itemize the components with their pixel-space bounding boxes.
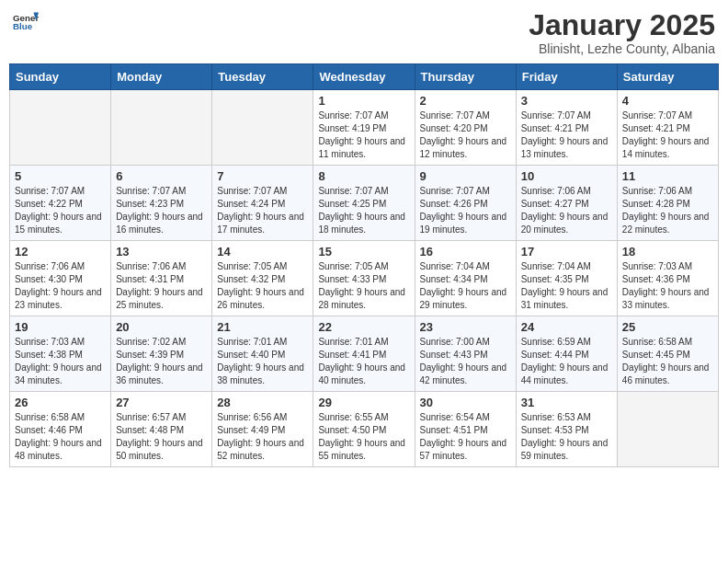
day-number: 20 xyxy=(116,320,207,334)
day-info: Sunrise: 7:07 AMSunset: 4:19 PMDaylight:… xyxy=(318,109,409,161)
calendar-cell: 22Sunrise: 7:01 AMSunset: 4:41 PMDayligh… xyxy=(313,316,415,392)
day-info: Sunrise: 7:07 AMSunset: 4:20 PMDaylight:… xyxy=(420,109,511,161)
day-number: 1 xyxy=(318,94,409,108)
day-info: Sunrise: 7:01 AMSunset: 4:41 PMDaylight:… xyxy=(318,336,409,387)
logo-icon: General Blue xyxy=(13,9,39,35)
day-info: Sunrise: 7:07 AMSunset: 4:24 PMDaylight:… xyxy=(217,185,308,236)
calendar-table: SundayMondayTuesdayWednesdayThursdayFrid… xyxy=(9,63,719,467)
day-info: Sunrise: 7:06 AMSunset: 4:27 PMDaylight:… xyxy=(521,185,612,236)
day-number: 12 xyxy=(15,245,106,259)
calendar-header-row: SundayMondayTuesdayWednesdayThursdayFrid… xyxy=(10,64,719,90)
calendar-cell: 17Sunrise: 7:04 AMSunset: 4:35 PMDayligh… xyxy=(516,241,617,316)
calendar-week-row: 1Sunrise: 7:07 AMSunset: 4:19 PMDaylight… xyxy=(10,90,719,166)
calendar-cell xyxy=(10,90,111,166)
day-number: 3 xyxy=(521,94,612,108)
weekday-header-saturday: Saturday xyxy=(617,64,718,90)
day-number: 10 xyxy=(521,169,612,183)
month-title: January 2025 xyxy=(529,9,715,41)
day-info: Sunrise: 7:07 AMSunset: 4:26 PMDaylight:… xyxy=(420,185,511,236)
weekday-header-thursday: Thursday xyxy=(415,64,516,90)
day-info: Sunrise: 7:04 AMSunset: 4:34 PMDaylight:… xyxy=(420,260,511,312)
day-info: Sunrise: 7:03 AMSunset: 4:36 PMDaylight:… xyxy=(622,260,713,312)
day-number: 19 xyxy=(15,320,106,334)
calendar-cell: 20Sunrise: 7:02 AMSunset: 4:39 PMDayligh… xyxy=(111,316,212,392)
day-info: Sunrise: 7:06 AMSunset: 4:28 PMDaylight:… xyxy=(622,185,713,236)
page-header: General Blue January 2025 Blinisht, Lezh… xyxy=(9,9,719,56)
weekday-header-monday: Monday xyxy=(111,64,212,90)
calendar-cell: 10Sunrise: 7:06 AMSunset: 4:27 PMDayligh… xyxy=(516,166,617,241)
day-number: 13 xyxy=(116,245,207,259)
day-info: Sunrise: 7:02 AMSunset: 4:39 PMDaylight:… xyxy=(116,336,207,387)
calendar-cell: 18Sunrise: 7:03 AMSunset: 4:36 PMDayligh… xyxy=(617,241,718,316)
calendar-cell: 13Sunrise: 7:06 AMSunset: 4:31 PMDayligh… xyxy=(111,241,212,316)
calendar-cell: 31Sunrise: 6:53 AMSunset: 4:53 PMDayligh… xyxy=(516,392,617,467)
day-number: 27 xyxy=(116,396,207,409)
day-info: Sunrise: 6:54 AMSunset: 4:51 PMDaylight:… xyxy=(420,411,511,463)
day-info: Sunrise: 7:06 AMSunset: 4:31 PMDaylight:… xyxy=(116,260,207,312)
calendar-cell: 24Sunrise: 6:59 AMSunset: 4:44 PMDayligh… xyxy=(516,316,617,392)
weekday-header-sunday: Sunday xyxy=(10,64,111,90)
day-number: 6 xyxy=(116,169,207,183)
logo: General Blue xyxy=(13,9,39,35)
calendar-cell: 2Sunrise: 7:07 AMSunset: 4:20 PMDaylight… xyxy=(415,90,516,166)
calendar-cell xyxy=(212,90,313,166)
calendar-week-row: 26Sunrise: 6:58 AMSunset: 4:46 PMDayligh… xyxy=(10,392,719,467)
calendar-week-row: 12Sunrise: 7:06 AMSunset: 4:30 PMDayligh… xyxy=(10,241,719,316)
calendar-cell: 6Sunrise: 7:07 AMSunset: 4:23 PMDaylight… xyxy=(111,166,212,241)
day-number: 2 xyxy=(420,94,511,108)
calendar-cell: 3Sunrise: 7:07 AMSunset: 4:21 PMDaylight… xyxy=(516,90,617,166)
day-number: 14 xyxy=(217,245,308,259)
day-info: Sunrise: 7:06 AMSunset: 4:30 PMDaylight:… xyxy=(15,260,106,312)
day-number: 21 xyxy=(217,320,308,334)
day-info: Sunrise: 7:00 AMSunset: 4:43 PMDaylight:… xyxy=(420,336,511,387)
day-number: 4 xyxy=(622,94,713,108)
day-info: Sunrise: 7:07 AMSunset: 4:21 PMDaylight:… xyxy=(521,109,612,161)
day-info: Sunrise: 6:59 AMSunset: 4:44 PMDaylight:… xyxy=(521,336,612,387)
day-info: Sunrise: 6:55 AMSunset: 4:50 PMDaylight:… xyxy=(318,411,409,463)
day-number: 26 xyxy=(15,396,106,409)
calendar-week-row: 5Sunrise: 7:07 AMSunset: 4:22 PMDaylight… xyxy=(10,166,719,241)
calendar-cell xyxy=(111,90,212,166)
calendar-cell: 21Sunrise: 7:01 AMSunset: 4:40 PMDayligh… xyxy=(212,316,313,392)
calendar-cell: 23Sunrise: 7:00 AMSunset: 4:43 PMDayligh… xyxy=(415,316,516,392)
calendar-cell: 9Sunrise: 7:07 AMSunset: 4:26 PMDaylight… xyxy=(415,166,516,241)
calendar-cell: 12Sunrise: 7:06 AMSunset: 4:30 PMDayligh… xyxy=(10,241,111,316)
calendar-cell: 14Sunrise: 7:05 AMSunset: 4:32 PMDayligh… xyxy=(212,241,313,316)
location-subtitle: Blinisht, Lezhe County, Albania xyxy=(529,41,715,56)
calendar-cell: 11Sunrise: 7:06 AMSunset: 4:28 PMDayligh… xyxy=(617,166,718,241)
day-number: 28 xyxy=(217,396,308,409)
day-info: Sunrise: 7:05 AMSunset: 4:32 PMDaylight:… xyxy=(217,260,308,312)
day-number: 18 xyxy=(622,245,713,259)
calendar-cell xyxy=(617,392,718,467)
calendar-cell: 28Sunrise: 6:56 AMSunset: 4:49 PMDayligh… xyxy=(212,392,313,467)
day-info: Sunrise: 7:01 AMSunset: 4:40 PMDaylight:… xyxy=(217,336,308,387)
weekday-header-tuesday: Tuesday xyxy=(212,64,313,90)
day-number: 31 xyxy=(521,396,612,409)
day-number: 29 xyxy=(318,396,409,409)
calendar-cell: 8Sunrise: 7:07 AMSunset: 4:25 PMDaylight… xyxy=(313,166,415,241)
day-number: 22 xyxy=(318,320,409,334)
weekday-header-wednesday: Wednesday xyxy=(313,64,415,90)
day-info: Sunrise: 6:57 AMSunset: 4:48 PMDaylight:… xyxy=(116,411,207,463)
day-number: 9 xyxy=(420,169,511,183)
day-number: 11 xyxy=(622,169,713,183)
calendar-cell: 27Sunrise: 6:57 AMSunset: 4:48 PMDayligh… xyxy=(111,392,212,467)
day-number: 24 xyxy=(521,320,612,334)
day-number: 30 xyxy=(420,396,511,409)
day-number: 5 xyxy=(15,169,106,183)
day-number: 15 xyxy=(318,245,409,259)
day-number: 8 xyxy=(318,169,409,183)
day-number: 25 xyxy=(622,320,713,334)
day-number: 23 xyxy=(420,320,511,334)
calendar-week-row: 19Sunrise: 7:03 AMSunset: 4:38 PMDayligh… xyxy=(10,316,719,392)
day-info: Sunrise: 7:07 AMSunset: 4:23 PMDaylight:… xyxy=(116,185,207,236)
calendar-cell: 30Sunrise: 6:54 AMSunset: 4:51 PMDayligh… xyxy=(415,392,516,467)
day-info: Sunrise: 6:58 AMSunset: 4:45 PMDaylight:… xyxy=(622,336,713,387)
weekday-header-friday: Friday xyxy=(516,64,617,90)
calendar-cell: 5Sunrise: 7:07 AMSunset: 4:22 PMDaylight… xyxy=(10,166,111,241)
day-number: 16 xyxy=(420,245,511,259)
calendar-cell: 26Sunrise: 6:58 AMSunset: 4:46 PMDayligh… xyxy=(10,392,111,467)
day-info: Sunrise: 7:07 AMSunset: 4:25 PMDaylight:… xyxy=(318,185,409,236)
day-info: Sunrise: 7:03 AMSunset: 4:38 PMDaylight:… xyxy=(15,336,106,387)
day-info: Sunrise: 6:56 AMSunset: 4:49 PMDaylight:… xyxy=(217,411,308,463)
